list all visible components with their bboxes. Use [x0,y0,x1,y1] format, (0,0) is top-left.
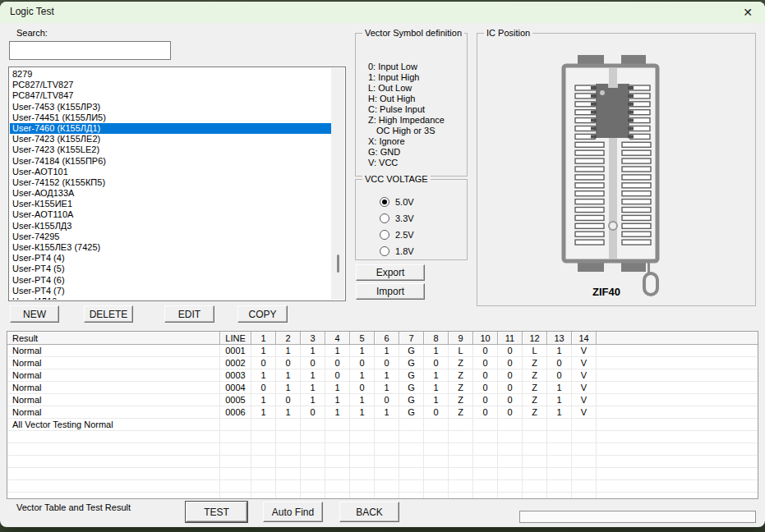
device-list-item[interactable]: User-К155ЛД3 [10,221,331,232]
pin-value-cell: 1 [350,369,375,381]
pin-value-cell [473,493,498,499]
pin-value-cell: 0 [473,369,498,381]
column-header-pin[interactable]: 9 [449,332,473,345]
vcc-option[interactable]: 1.8V [356,243,467,259]
column-header-pin[interactable]: 10 [473,332,498,345]
vcc-option[interactable]: 3.3V [356,210,467,227]
device-list-item[interactable]: User-74184 (К155ПР6) [10,156,331,167]
column-header-line[interactable]: LINE [220,332,251,345]
table-row[interactable]: Normal0002000000G0Z00Z0V [7,357,758,369]
device-list-item[interactable]: User-AOT110A [10,209,331,220]
device-list-item[interactable]: User-74451 (К155ЛИ5) [10,112,331,123]
pin-value-cell: G [399,369,424,381]
edit-button[interactable]: EDIT [164,305,214,323]
device-list-item[interactable]: User-7423 (К155LE2) [10,144,331,155]
column-header-pin[interactable]: 7 [399,332,424,345]
table-row[interactable]: Normal0006110111G0Z00Z1V [7,406,758,419]
pin-value-cell [572,431,597,443]
pin-value-cell: 1 [251,345,276,356]
device-list-item[interactable]: User-74295 [10,232,331,242]
pin-value-cell [523,443,547,455]
pin-value-cell: Z [449,369,473,381]
column-header-result[interactable]: Result [7,332,220,345]
vcc-option[interactable]: 5.0V [356,194,467,210]
device-list: 8279PC827/LTV827PC847/LTV847User-7453 (К… [10,69,331,300]
export-button[interactable]: Export [356,264,425,281]
pin-value-cell: G [399,357,424,369]
pin-value-cell: 1 [325,382,350,393]
listbox-scrollbar[interactable] [331,68,344,300]
search-input[interactable] [9,41,171,60]
device-list-item[interactable]: User-К155ЛЕ3 (7425) [10,242,331,253]
column-header-pin[interactable]: 14 [572,332,597,345]
pin-value-cell [424,419,449,430]
pin-value-cell: Z [523,394,547,406]
pin-value-cell: V [572,382,597,393]
device-list-item[interactable]: User-7460 (К155ЛД1) [10,123,331,134]
device-list-item[interactable]: User-PT4 (6) [10,275,331,286]
device-list-item[interactable]: User-74152 (К155КП5) [10,177,331,188]
column-header-pin[interactable]: 11 [498,332,523,345]
device-listbox[interactable]: 8279PC827/LTV827PC847/LTV847User-7453 (К… [8,66,346,301]
table-row[interactable]: Normal0003111011G1Z00Z0V [7,369,758,382]
close-button[interactable]: ✕ [735,2,760,22]
table-row[interactable]: Normal0001111111G1L00L1V [7,345,758,357]
pin-value-cell [449,468,473,479]
pin-value-cell: 1 [375,345,399,356]
column-header-pin[interactable]: 4 [325,332,350,345]
device-list-item[interactable]: User-PT4 (7) [10,286,331,296]
device-list-item[interactable]: User-К155ИЕ1 [10,199,331,209]
device-list-item[interactable]: User-ИД10 [10,296,331,300]
pin-value-cell: V [572,345,597,356]
device-list-item[interactable]: User-AOT101 [10,167,331,177]
back-button[interactable]: BACK [339,502,399,522]
copy-button[interactable]: COPY [237,305,288,323]
device-list-item[interactable]: User-PT4 (5) [10,264,331,274]
test-button[interactable]: TEST [186,502,247,522]
filler-cell [597,456,758,467]
table-row[interactable]: Normal0005101110G1Z00Z1V [7,394,758,406]
line-cell: 0001 [220,345,251,356]
close-icon: ✕ [743,6,753,19]
pin-value-cell: 1 [301,394,325,406]
column-header-pin[interactable]: 6 [375,332,399,345]
vcc-option[interactable]: 2.5V [356,227,467,243]
titlebar[interactable]: Logic Test ✕ [0,2,765,23]
result-cell [7,456,220,467]
pin-value-cell: 1 [350,345,375,356]
column-header-pin[interactable]: 13 [547,332,572,345]
column-header-pin[interactable]: 2 [276,332,301,345]
pin-value-cell [251,468,276,479]
result-table: ResultLINE1234567891011121314 Normal0001… [7,331,758,499]
column-header-pin[interactable]: 12 [523,332,547,345]
device-list-item[interactable]: User-7453 (К155ЛР3) [10,102,331,112]
pin-value-cell [375,443,399,455]
pin-value-cell: 1 [547,345,572,356]
column-header-pin[interactable]: 5 [350,332,375,345]
new-button[interactable]: NEW [10,305,59,323]
pin-value-cell: 1 [276,369,301,381]
device-list-item[interactable]: User-7423 (К155ЛЕ2) [10,134,331,144]
pin-value-cell: 0 [375,357,399,369]
result-cell: Normal [7,357,220,369]
column-header-pin[interactable]: 1 [251,332,276,345]
line-cell [220,480,251,492]
filler-cell [597,431,758,443]
result-cell [7,480,220,492]
pin-value-cell [276,431,301,443]
device-list-item[interactable]: 8279 [10,69,331,80]
device-list-item[interactable]: PC847/LTV847 [10,90,331,101]
column-header-pin[interactable]: 8 [424,332,449,345]
import-button[interactable]: Import [356,283,425,300]
column-header-pin[interactable]: 3 [301,332,325,345]
auto-find-button[interactable]: Auto Find [263,502,323,522]
pin-value-cell [350,493,375,499]
device-list-item[interactable]: PC827/LTV827 [10,80,331,90]
device-list-item[interactable]: User-АОД133А [10,188,331,199]
table-summary-row[interactable]: All Vector Testing Normal [7,419,758,431]
device-list-item[interactable]: User-PT4 (4) [10,253,331,264]
pin-value-cell [572,419,597,430]
listbox-scrollbar-thumb[interactable] [337,255,339,273]
table-row[interactable]: Normal0004011101G1Z00Z1V [7,382,758,394]
delete-button[interactable]: DELETE [84,305,133,323]
